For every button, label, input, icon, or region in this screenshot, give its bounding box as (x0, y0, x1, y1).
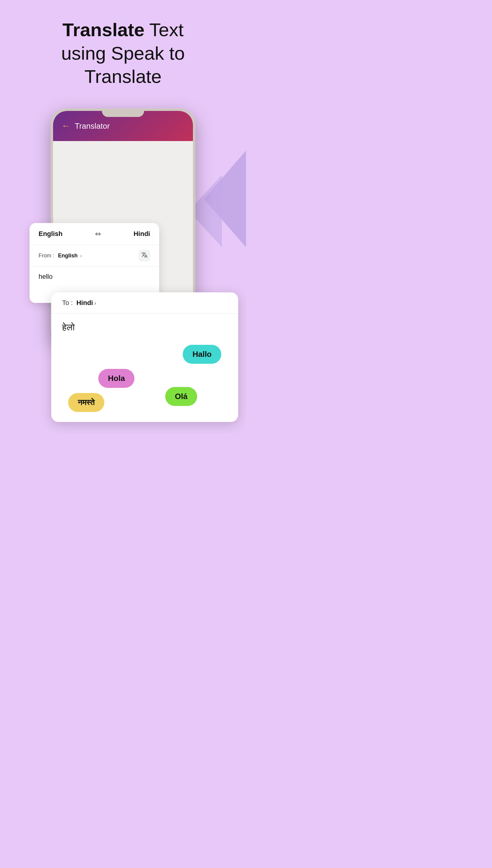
hero-section: Translate Text using Speak to Translate (0, 0, 246, 97)
hero-line2: using Speak to (61, 43, 185, 63)
from-card: English ⇔ Hindi From : English › hello (29, 223, 159, 303)
app-title: Translator (75, 122, 110, 131)
translation-card: To : Hindi › हेलो Hallo Hola Olá नमस्ते (51, 292, 238, 422)
to-language: Hindi (76, 299, 93, 307)
input-text: hello (39, 273, 52, 280)
to-label: To : (62, 299, 73, 307)
from-label: From : (39, 253, 54, 259)
from-language-selector[interactable]: From : English › (39, 253, 82, 259)
hero-title: Translate Text using Speak to Translate (24, 18, 222, 88)
from-language-label: English (39, 230, 63, 238)
swap-languages-icon[interactable]: ⇔ (95, 230, 101, 238)
back-arrow-icon[interactable]: ← (62, 121, 70, 131)
from-chevron-icon: › (80, 253, 82, 258)
bubble-hallo[interactable]: Hallo (183, 345, 221, 364)
hero-title-rest: Text (144, 19, 183, 40)
translation-content: हेलो Hallo Hola Olá नमस्ते (51, 314, 238, 422)
bubble-hola[interactable]: Hola (98, 369, 134, 388)
to-chevron-icon: › (94, 300, 96, 307)
google-translate-icon[interactable] (139, 250, 150, 262)
bubble-namaste[interactable]: नमस्ते (68, 393, 104, 412)
hero-line3: Translate (84, 66, 162, 87)
from-row[interactable]: From : English › (29, 245, 159, 267)
to-row[interactable]: To : Hindi › (51, 292, 238, 314)
from-selected-language: English (58, 253, 77, 259)
bubble-ola[interactable]: Olá (165, 387, 197, 406)
translation-bubbles: Hallo Hola Olá नमस्ते (62, 345, 227, 411)
translated-text: हेलो (62, 322, 227, 333)
language-switcher-row[interactable]: English ⇔ Hindi (29, 223, 159, 245)
hero-title-bold: Translate (63, 19, 144, 40)
to-language-label: Hindi (133, 230, 150, 238)
phone-notch (102, 108, 144, 117)
